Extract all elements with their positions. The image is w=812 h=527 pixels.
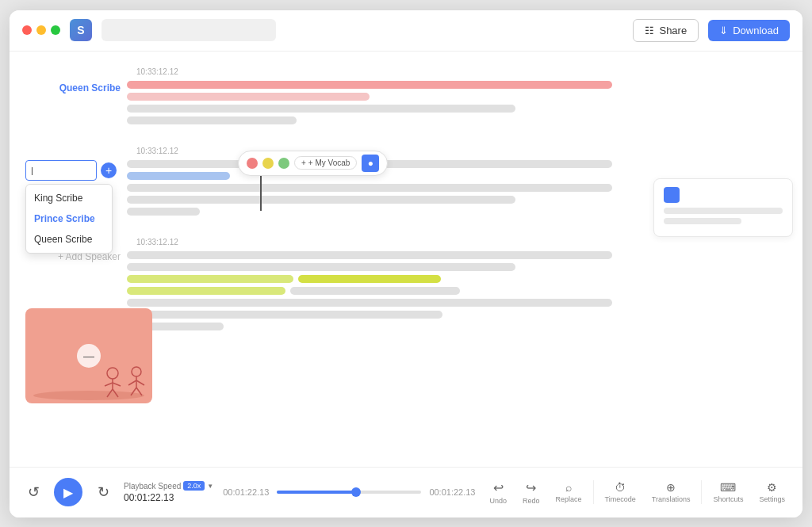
comment-bubble-icon xyxy=(664,187,680,203)
comment-button[interactable]: ● xyxy=(362,155,379,172)
timecode-button[interactable]: ⏱ Timecode xyxy=(600,479,641,505)
settings-label: Settings xyxy=(759,495,785,503)
progress-fill xyxy=(277,491,356,494)
line-bar xyxy=(127,263,515,271)
vocab-label: + My Vocab xyxy=(308,158,350,167)
line-bar xyxy=(127,311,442,319)
transcript-block-1: 10:33:12.12 Queen Scribe xyxy=(25,67,612,124)
redo-button[interactable]: ↪ Redo xyxy=(518,479,545,506)
title-input[interactable] xyxy=(102,19,276,41)
line-bar xyxy=(127,81,612,89)
timecode-label: Timecode xyxy=(605,495,636,503)
main-area: 10:33:12.12 Queen Scribe 10:33:12.12 xyxy=(10,52,802,467)
redo-icon: ↪ xyxy=(526,480,536,495)
shortcuts-button[interactable]: ⌨ Shortcuts xyxy=(708,479,748,505)
line-bar xyxy=(127,184,612,192)
maximize-button[interactable] xyxy=(51,25,60,35)
line-bar xyxy=(127,105,515,113)
line-bar xyxy=(127,93,370,101)
comment-icon: ● xyxy=(368,158,373,169)
progress-container[interactable]: 00:01:22.13 00:01:22.13 xyxy=(223,487,475,497)
svg-line-3 xyxy=(105,383,113,386)
right-panel xyxy=(644,52,802,467)
replace-button[interactable]: ⌕ Replace xyxy=(551,479,587,505)
undo-button[interactable]: ↩ Undo xyxy=(485,479,512,506)
bottom-bar: ↺ ▶ ↻ Playback Speed 2.0x ▼ 00:01:22.13 … xyxy=(10,467,802,517)
transcript-block-2: 10:33:12.12 | + King Scribe Prince Scrib… xyxy=(25,147,612,216)
translations-label: Translations xyxy=(652,495,691,503)
download-button[interactable]: ⇓ Download xyxy=(708,20,790,41)
tool-divider xyxy=(593,480,594,504)
app-logo: S xyxy=(70,19,92,41)
line-bar-selected xyxy=(127,172,230,180)
titlebar: S ☷ Share ⇓ Download xyxy=(10,10,802,52)
progress-thumb[interactable] xyxy=(351,487,361,497)
dropdown-item-prince[interactable]: Prince Scribe xyxy=(26,208,112,229)
close-button[interactable] xyxy=(22,25,32,35)
redo-label: Redo xyxy=(523,497,540,505)
app-window: S ☷ Share ⇓ Download 10:33:12.12 Queen S… xyxy=(10,10,802,517)
speed-badge: 2.0x xyxy=(183,481,205,491)
color-yellow[interactable] xyxy=(262,158,274,169)
shortcuts-label: Shortcuts xyxy=(713,495,743,503)
playback-label: Playback Speed xyxy=(124,482,181,491)
play-button[interactable]: ▶ xyxy=(54,478,82,506)
video-play-button[interactable]: — xyxy=(77,344,101,368)
forward-button[interactable]: ↻ xyxy=(92,481,114,503)
translations-button[interactable]: ⊕ Translations xyxy=(647,479,695,505)
lines-3 xyxy=(127,251,612,330)
editor-area[interactable]: 10:33:12.12 Queen Scribe 10:33:12.12 xyxy=(10,52,644,467)
svg-line-4 xyxy=(113,383,121,386)
dropdown-item-king[interactable]: King Scribe xyxy=(26,188,112,208)
color-red[interactable] xyxy=(247,158,258,169)
speaker-row-1: Queen Scribe xyxy=(25,81,612,124)
line-bar xyxy=(127,208,200,216)
vocab-plus-icon: + xyxy=(301,158,306,167)
settings-icon: ⚙ xyxy=(767,481,777,494)
progress-end-time: 00:01:22.13 xyxy=(429,487,475,497)
svg-point-1 xyxy=(107,368,118,379)
line-bar xyxy=(127,116,297,124)
replace-icon: ⌕ xyxy=(565,481,572,494)
undo-label: Undo xyxy=(490,497,508,505)
speaker-input[interactable]: | + xyxy=(25,160,97,181)
timecode-icon: ⏱ xyxy=(615,481,626,494)
svg-point-7 xyxy=(132,367,141,376)
download-icon: ⇓ xyxy=(719,25,728,36)
chevron-icon: ▼ xyxy=(207,483,213,490)
shortcuts-icon: ⌨ xyxy=(720,481,736,494)
progress-bar[interactable] xyxy=(277,491,421,494)
share-button[interactable]: ☷ Share xyxy=(633,19,699,42)
speaker-label-1[interactable]: Queen Scribe xyxy=(25,81,121,94)
line-bar xyxy=(127,299,612,307)
share-icon: ☷ xyxy=(645,25,654,36)
replace-label: Replace xyxy=(556,495,582,503)
line-bar-yellow3 xyxy=(127,287,285,295)
translations-icon: ⊕ xyxy=(666,481,676,494)
video-thumbnail[interactable]: — xyxy=(25,308,152,403)
formatting-toolbar: + + My Vocab ● xyxy=(238,151,388,176)
line-bar-yellow2 xyxy=(298,275,441,283)
line-bar xyxy=(127,196,515,204)
comment-card xyxy=(653,178,793,237)
color-green[interactable] xyxy=(278,158,289,169)
comment-text-line-2 xyxy=(664,218,741,224)
speaker-dropdown-menu[interactable]: King Scribe Prince Scribe Queen Scribe xyxy=(25,184,113,254)
undo-icon: ↩ xyxy=(493,480,504,495)
lines-2: + + My Vocab ● xyxy=(127,160,612,216)
svg-line-10 xyxy=(136,380,144,385)
comment-text-line-1 xyxy=(664,208,783,214)
settings-button[interactable]: ⚙ Settings xyxy=(754,479,790,505)
speaker-dropdown-wrapper: | + King Scribe Prince Scribe Queen Scri… xyxy=(25,160,121,181)
time-info: Playback Speed 2.0x ▼ 00:01:22.13 xyxy=(124,481,213,503)
current-time-display: 00:01:22.13 xyxy=(124,492,213,503)
vocab-button[interactable]: + + My Vocab xyxy=(294,156,357,170)
timestamp-1: 10:33:12.12 xyxy=(136,67,612,76)
pause-icon: — xyxy=(83,349,94,362)
minimize-button[interactable] xyxy=(36,25,46,35)
replay-button[interactable]: ↺ xyxy=(22,481,44,503)
line-bar xyxy=(290,287,460,295)
dropdown-item-queen[interactable]: Queen Scribe xyxy=(26,229,112,250)
add-speaker-icon[interactable]: + xyxy=(101,162,117,178)
lines-1 xyxy=(127,81,612,124)
